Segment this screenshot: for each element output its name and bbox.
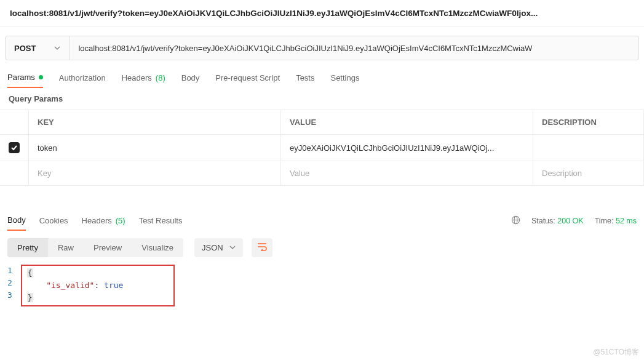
status-value: 200 OK (557, 217, 583, 225)
col-value: VALUE (281, 110, 533, 135)
resp-tab-headers-count: (5) (116, 216, 125, 225)
line-num: 1 (7, 265, 12, 277)
response-toolbar: Pretty Raw Preview Visualize JSON (0, 231, 644, 262)
json-colon: : (94, 281, 104, 290)
chevron-down-icon (229, 243, 236, 252)
param-desc-cell[interactable] (533, 135, 644, 161)
row-checkbox[interactable] (9, 142, 20, 153)
col-description: DESCRIPTION (533, 110, 644, 135)
view-visualize[interactable]: Visualize (132, 238, 183, 257)
table-row: token eyJ0eXAiOiJKV1QiLCJhbGciOiJIUzI1Ni… (0, 135, 644, 161)
resp-tab-testresults[interactable]: Test Results (139, 210, 183, 231)
resp-tab-headers-label: Headers (82, 216, 112, 225)
tab-body[interactable]: Body (181, 73, 200, 88)
tab-headers[interactable]: Headers (8) (122, 73, 165, 88)
view-preview[interactable]: Preview (84, 238, 132, 257)
param-value-cell[interactable]: eyJ0eXAiOiJKV1QiLCJhbGciOiJIUzI1NiJ9.eyJ… (281, 135, 533, 161)
table-row-empty: Key Value Description (0, 161, 644, 186)
response-tabs: Body Cookies Headers (5) Test Results (7, 210, 511, 231)
query-params-heading: Query Params (0, 88, 644, 107)
param-key-placeholder[interactable]: Key (29, 161, 281, 186)
param-desc-placeholder[interactable]: Description (533, 161, 644, 186)
active-dot-icon (39, 75, 43, 79)
line-num: 2 (7, 277, 12, 289)
line-gutter: 1 2 3 (7, 265, 21, 306)
json-value: true (104, 281, 123, 290)
resp-tab-headers[interactable]: Headers (5) (82, 210, 125, 231)
time-label: Time: (595, 217, 614, 225)
tab-params-label: Params (7, 73, 35, 82)
json-brace: { (27, 268, 33, 278)
watermark: @51CTO博客 (593, 347, 639, 358)
wrap-lines-button[interactable] (252, 238, 272, 257)
view-pretty[interactable]: Pretty (7, 238, 48, 257)
params-table: KEY VALUE DESCRIPTION token eyJ0eXAiOiJK… (0, 110, 644, 186)
status-label: Status: (531, 217, 555, 225)
code-highlight-box: { "is_valid": true } (21, 265, 175, 306)
time-value: 52 ms (616, 217, 637, 225)
http-method-select[interactable]: POST (6, 36, 70, 60)
request-bar: POST localhost:8081/v1/jwt/verify?token=… (5, 36, 639, 60)
url-input[interactable]: localhost:8081/v1/jwt/verify?token=eyJ0e… (70, 36, 638, 60)
view-raw[interactable]: Raw (48, 238, 84, 257)
response-meta: Status: 200 OK Time: 52 ms (511, 215, 637, 226)
col-check (0, 110, 29, 135)
response-tabs-row: Body Cookies Headers (5) Test Results St… (0, 210, 644, 231)
resp-tab-cookies[interactable]: Cookies (39, 210, 68, 231)
line-num: 3 (7, 289, 12, 302)
request-tabs: Params Authorization Headers (8) Body Pr… (0, 60, 644, 88)
tab-headers-count: (8) (156, 73, 165, 82)
response-body[interactable]: 1 2 3 { "is_valid": true } (0, 262, 644, 310)
col-key: KEY (29, 110, 281, 135)
tab-prerequest[interactable]: Pre-request Script (215, 73, 280, 88)
json-key: "is_valid" (46, 281, 94, 290)
param-key-cell[interactable]: token (29, 135, 281, 161)
tab-settings[interactable]: Settings (330, 73, 359, 88)
request-title: localhost:8081/v1/jwt/verify?token=eyJ0e… (0, 0, 644, 27)
tab-authorization[interactable]: Authorization (59, 73, 106, 88)
time-block: Time: 52 ms (595, 217, 637, 225)
json-brace: } (27, 293, 33, 302)
resp-tab-body[interactable]: Body (7, 210, 26, 231)
view-mode-group: Pretty Raw Preview Visualize (7, 238, 183, 257)
language-label: JSON (202, 243, 223, 252)
tab-params[interactable]: Params (7, 73, 43, 88)
tab-tests[interactable]: Tests (296, 73, 314, 88)
status-block: Status: 200 OK (531, 217, 584, 225)
language-select[interactable]: JSON (194, 238, 243, 257)
tab-headers-label: Headers (122, 73, 152, 82)
http-method-label: POST (14, 44, 36, 53)
param-value-placeholder[interactable]: Value (281, 161, 533, 186)
globe-icon[interactable] (511, 215, 520, 226)
chevron-down-icon (54, 44, 60, 53)
